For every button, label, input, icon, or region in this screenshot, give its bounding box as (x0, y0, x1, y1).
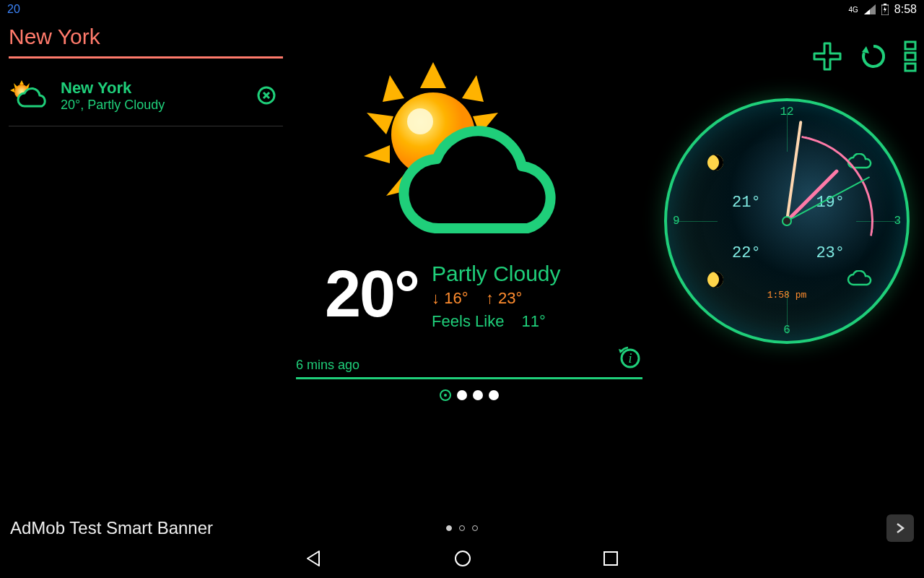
current-temp: 20° (325, 257, 419, 332)
status-temp: 20 (7, 3, 20, 16)
moon-icon (707, 272, 723, 288)
low-temp: 16° (444, 289, 468, 307)
high-arrow-icon: ↑ (486, 289, 494, 307)
clock-temp-q4: 23° (816, 244, 845, 262)
ad-banner[interactable]: AdMob Test Smart Banner (0, 514, 924, 542)
cloud-icon (846, 270, 873, 290)
add-city-button[interactable] (811, 40, 843, 75)
clock-9: 9 (673, 215, 680, 228)
city-list-item[interactable]: New York 20°, Partly Cloudy (9, 73, 283, 126)
weather-clock[interactable]: 12 3 6 9 21° 19° 22° 23° (664, 98, 910, 344)
svg-marker-12 (383, 75, 404, 102)
city-sidebar: New York (0, 19, 289, 510)
partly-cloudy-icon (9, 80, 52, 112)
svg-point-17 (407, 108, 433, 134)
remove-city-button[interactable] (257, 86, 276, 108)
svg-text:i: i (628, 351, 632, 366)
low-arrow-icon: ↓ (432, 289, 440, 307)
moon-icon (707, 155, 723, 171)
banner-dot (446, 525, 452, 531)
svg-marker-9 (420, 62, 446, 88)
last-updated: 6 mins ago (296, 358, 359, 373)
status-time: 8:58 (894, 3, 917, 16)
banner-text: AdMob Test Smart Banner (10, 518, 213, 538)
condition-text: Partly Cloudy (432, 262, 560, 286)
svg-rect-1 (884, 4, 886, 5)
clock-12: 12 (780, 105, 793, 118)
hi-lo-row: ↓ 16° ↑ 23° (432, 289, 560, 308)
svg-rect-26 (604, 552, 617, 565)
info-button[interactable]: i (618, 345, 642, 373)
svg-marker-3 (19, 80, 24, 85)
page-indicator[interactable] (440, 389, 499, 401)
weather-main: 20° Partly Cloudy ↓ 16° ↑ 23° Feels Like… (289, 19, 650, 510)
banner-pager (446, 525, 478, 531)
svg-point-25 (456, 551, 470, 566)
svg-rect-22 (905, 42, 915, 49)
city-header: New York (9, 25, 283, 59)
clock-time-label: 1:58 pm (767, 290, 807, 301)
battery-icon (881, 4, 889, 15)
svg-rect-23 (905, 53, 915, 60)
status-right: 4G 8:58 (849, 3, 917, 16)
svg-marker-10 (462, 75, 484, 102)
android-navbar (0, 542, 924, 578)
signal-icon (864, 4, 876, 14)
svg-marker-5 (10, 88, 14, 92)
locate-icon[interactable] (440, 389, 451, 401)
feels-like-value: 11° (522, 312, 546, 330)
menu-button[interactable] (904, 40, 917, 75)
city-item-name: New York (61, 79, 165, 98)
svg-rect-24 (905, 64, 915, 71)
pager-dot[interactable] (457, 390, 467, 400)
clock-3: 3 (894, 215, 901, 228)
high-temp: 23° (498, 289, 522, 307)
clock-6: 6 (783, 324, 790, 337)
banner-dot (472, 525, 478, 531)
refresh-button[interactable] (859, 42, 888, 74)
pager-dot[interactable] (489, 390, 499, 400)
status-bar: 20 4G 8:58 (0, 0, 924, 19)
city-item-summary: 20°, Partly Cloudy (61, 98, 165, 113)
banner-dot (459, 525, 465, 531)
pager-dot[interactable] (473, 390, 483, 400)
recents-button[interactable] (602, 550, 619, 570)
partly-cloudy-icon (354, 62, 585, 250)
svg-marker-14 (364, 145, 390, 163)
network-label: 4G (849, 6, 858, 14)
svg-marker-13 (367, 113, 393, 134)
banner-next-button[interactable] (886, 514, 914, 542)
back-button[interactable] (305, 549, 323, 571)
feels-like-label: Feels Like (432, 312, 504, 330)
clock-temp-q3: 22° (732, 244, 761, 262)
clock-temp-q1: 21° (732, 194, 761, 212)
home-button[interactable] (453, 549, 472, 571)
